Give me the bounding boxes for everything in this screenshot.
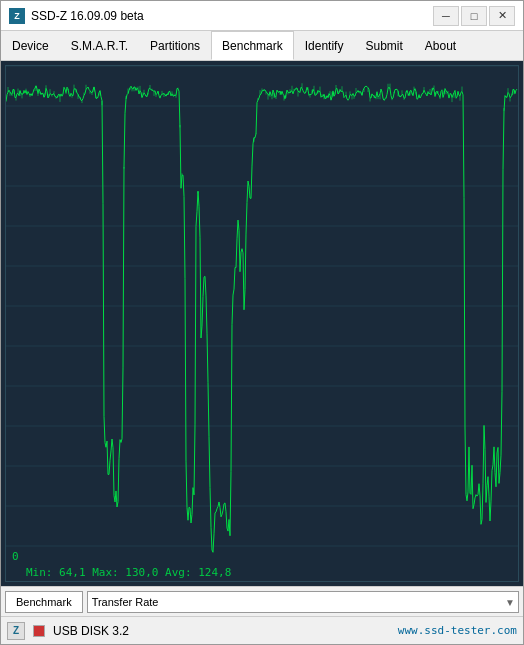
- main-window: Z SSD-Z 16.09.09 beta ─ □ ✕ Device S.M.A…: [0, 0, 524, 645]
- app-icon: Z: [9, 8, 25, 24]
- chart-area: 130 Work in Progress – Results Unreliabl…: [5, 65, 519, 582]
- benchmark-button[interactable]: Benchmark: [5, 591, 83, 613]
- bottom-controls: Benchmark Transfer Rate Access Time Burs…: [1, 586, 523, 616]
- menu-item-partitions[interactable]: Partitions: [139, 31, 211, 60]
- disk-color-indicator: [33, 625, 45, 637]
- menu-item-benchmark[interactable]: Benchmark: [211, 31, 294, 60]
- window-title: SSD-Z 16.09.09 beta: [31, 9, 144, 23]
- dropdown-wrapper: Transfer Rate Access Time Burst Rate ▼: [87, 591, 519, 613]
- maximize-button[interactable]: □: [461, 6, 487, 26]
- menu-item-identify[interactable]: Identify: [294, 31, 355, 60]
- menu-item-device[interactable]: Device: [1, 31, 60, 60]
- menu-bar: Device S.M.A.R.T. Partitions Benchmark I…: [1, 31, 523, 61]
- chart-zero-label: 0: [12, 550, 19, 563]
- website-url: www.ssd-tester.com: [398, 624, 517, 637]
- close-button[interactable]: ✕: [489, 6, 515, 26]
- menu-item-submit[interactable]: Submit: [354, 31, 413, 60]
- title-bar-buttons: ─ □ ✕: [433, 6, 515, 26]
- chart-stats: Min: 64,1 Max: 130,0 Avg: 124,8: [26, 566, 231, 579]
- disk-name-label: USB DISK 3.2: [53, 624, 129, 638]
- menu-item-smart[interactable]: S.M.A.R.T.: [60, 31, 139, 60]
- menu-item-about[interactable]: About: [414, 31, 467, 60]
- status-app-icon: Z: [7, 622, 25, 640]
- status-bar: Z USB DISK 3.2 www.ssd-tester.com: [1, 616, 523, 644]
- minimize-button[interactable]: ─: [433, 6, 459, 26]
- title-bar-left: Z SSD-Z 16.09.09 beta: [9, 8, 144, 24]
- main-content: 130 Work in Progress – Results Unreliabl…: [1, 61, 523, 586]
- benchmark-chart: [6, 66, 518, 581]
- transfer-rate-dropdown[interactable]: Transfer Rate Access Time Burst Rate: [87, 591, 519, 613]
- title-bar: Z SSD-Z 16.09.09 beta ─ □ ✕: [1, 1, 523, 31]
